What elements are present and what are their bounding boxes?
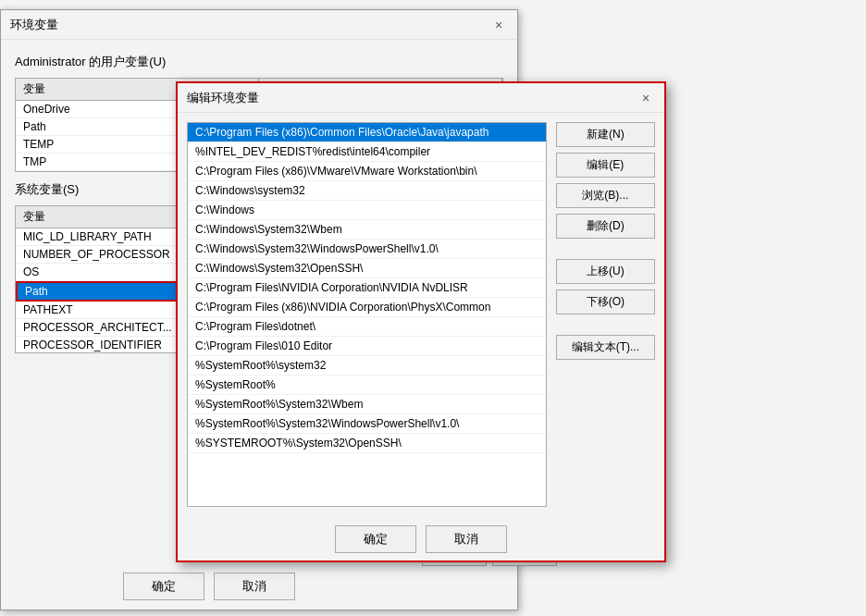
user-vars-label: Administrator 的用户变量(U)	[15, 54, 503, 70]
path-list-item[interactable]: %SYSTEMROOT%\System32\OpenSSH\	[188, 434, 546, 453]
edit-dialog-titlebar: 编辑环境变量 ×	[178, 83, 664, 113]
path-list-item[interactable]: %SystemRoot%	[188, 376, 546, 395]
env-cancel-btn[interactable]: 取消	[214, 573, 295, 600]
path-list-item[interactable]: %INTEL_DEV_REDIST%redist\intel64\compile…	[188, 142, 546, 162]
env-dialog-close-btn[interactable]: ×	[489, 16, 508, 34]
edit-dialog-content: C:\Program Files (x86)\Common Files\Orac…	[178, 113, 664, 516]
env-dialog-titlebar: 环境变量 ×	[1, 10, 517, 40]
edit-browse-btn[interactable]: 浏览(B)...	[556, 183, 655, 208]
path-list-item[interactable]: C:\Program Files\NVIDIA Corporation\NVID…	[188, 278, 546, 298]
edit-confirm-btn[interactable]: 确定	[335, 525, 416, 553]
path-list-item[interactable]: C:\Program Files\dotnet\	[188, 317, 546, 337]
edit-env-dialog: 编辑环境变量 × C:\Program Files (x86)\Common F…	[176, 81, 666, 562]
path-list-item[interactable]: C:\Windows	[188, 201, 546, 220]
edit-dialog-title: 编辑环境变量	[187, 90, 259, 106]
path-list-item[interactable]: C:\Program Files (x86)\VMware\VMware Wor…	[188, 162, 546, 181]
path-list-item[interactable]: C:\Windows\System32\OpenSSH\	[188, 259, 546, 278]
path-list-item[interactable]: C:\Windows\System32\Wbem	[188, 220, 546, 240]
edit-dialog-footer: 确定 取消	[178, 516, 664, 562]
edit-new-btn[interactable]: 新建(N)	[556, 122, 655, 147]
path-list-item[interactable]: C:\Windows\System32\WindowsPowerShell\v1…	[188, 240, 546, 259]
path-list-item[interactable]: C:\Windows\system32	[188, 181, 546, 201]
env-dialog-title: 环境变量	[10, 17, 58, 33]
edit-dialog-close-btn[interactable]: ×	[637, 89, 655, 107]
path-list-item[interactable]: %SystemRoot%\System32\WindowsPowerShell\…	[188, 414, 546, 434]
path-list[interactable]: C:\Program Files (x86)\Common Files\Orac…	[187, 122, 547, 507]
edit-edit-btn[interactable]: 编辑(E)	[556, 153, 655, 178]
path-list-item[interactable]: %SystemRoot%\System32\Wbem	[188, 395, 546, 414]
edit-delete-btn[interactable]: 删除(D)	[556, 214, 655, 239]
path-list-item[interactable]: C:\Program Files (x86)\NVIDIA Corporatio…	[188, 298, 546, 317]
edit-action-buttons: 新建(N) 编辑(E) 浏览(B)... 删除(D) 上移(U) 下移(O) 编…	[556, 122, 655, 507]
edit-cancel-btn[interactable]: 取消	[426, 525, 507, 553]
path-list-item[interactable]: %SystemRoot%\system32	[188, 356, 546, 376]
edit-movedown-btn[interactable]: 下移(O)	[556, 290, 655, 314]
env-confirm-btn[interactable]: 确定	[123, 573, 204, 600]
main-window: 环境变量 × Administrator 的用户变量(U) 变量 值 OneDr…	[0, 0, 866, 616]
path-list-item[interactable]: C:\Program Files (x86)\Common Files\Orac…	[188, 123, 546, 142]
path-list-item[interactable]: C:\Program Files\010 Editor	[188, 337, 546, 356]
edit-moveup-btn[interactable]: 上移(U)	[556, 259, 655, 284]
edit-edittext-btn[interactable]: 编辑文本(T)...	[556, 335, 655, 360]
